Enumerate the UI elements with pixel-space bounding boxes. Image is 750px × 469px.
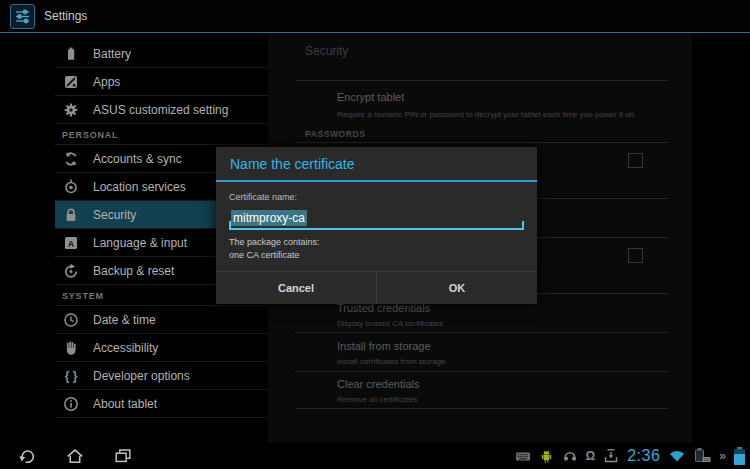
divider xyxy=(295,371,668,372)
sliders-icon xyxy=(14,8,31,25)
braces-icon: { } xyxy=(62,367,80,385)
item-subtitle: Remove all certificates xyxy=(337,395,417,404)
language-icon: A xyxy=(62,234,80,252)
cancel-button[interactable]: Cancel xyxy=(216,272,376,304)
sidebar-item-label: Accessibility xyxy=(93,341,158,355)
section-header-passwords: PASSWORDS xyxy=(305,129,366,139)
sidebar-item-about-tablet[interactable]: About tablet xyxy=(55,390,268,418)
sidebar-item-label: Security xyxy=(93,208,136,222)
info-icon xyxy=(62,395,80,413)
headphones-icon xyxy=(562,448,578,464)
sidebar-item-label: Backup & reset xyxy=(93,264,174,278)
name-certificate-dialog: Name the certificate Certificate name: m… xyxy=(216,147,537,304)
sidebar-item-label: Date & time xyxy=(93,313,156,327)
divider xyxy=(295,332,668,333)
install-tray-icon xyxy=(603,448,619,464)
recent-apps-button[interactable] xyxy=(112,445,134,467)
back-button[interactable] xyxy=(16,445,38,467)
package-contents-text: The package contains: one CA certificate xyxy=(229,236,524,271)
certificate-name-input[interactable]: mitmproxy-ca xyxy=(229,209,524,230)
svg-text:A: A xyxy=(68,238,75,248)
headset-icon: Ω xyxy=(586,449,596,463)
sidebar-item-apps[interactable]: Apps xyxy=(55,68,268,96)
battery-status-icon xyxy=(734,447,745,465)
keyboard-icon xyxy=(515,448,531,464)
home-icon xyxy=(65,446,85,466)
ok-button[interactable]: OK xyxy=(376,272,537,304)
gear-icon xyxy=(62,101,80,119)
clock-icon xyxy=(62,311,80,329)
back-icon xyxy=(17,446,37,466)
home-button[interactable] xyxy=(64,445,86,467)
item-subtitle: Install certificates from storage xyxy=(337,357,445,366)
sidebar-item-label: Developer options xyxy=(93,369,190,383)
item-title: Clear credentials xyxy=(337,378,420,390)
settings-app-icon[interactable] xyxy=(10,4,35,29)
sidebar-item-developer-options[interactable]: { } Developer options xyxy=(55,362,268,390)
adb-android-icon xyxy=(539,448,554,464)
sidebar-item-label: ASUS customized setting xyxy=(93,103,228,117)
sidebar-item-label: Language & input xyxy=(93,236,187,250)
checkbox-icon[interactable] xyxy=(628,248,643,263)
sidebar-item-label: Location services xyxy=(93,180,186,194)
sidebar-item-label: About tablet xyxy=(93,397,157,411)
divider xyxy=(295,142,668,143)
sidebar-item-asus-customized-setting[interactable]: ASUS customized setting xyxy=(55,96,268,124)
backup-restore-icon xyxy=(62,262,80,280)
chevrons-icon: » xyxy=(719,449,726,463)
input-selected-text: mitmproxy-ca xyxy=(231,210,307,226)
system-bar: Ω 2:36 » xyxy=(0,442,750,469)
panel-title: Security xyxy=(305,44,348,58)
section-header-personal: PERSONAL xyxy=(55,124,268,145)
hand-icon xyxy=(62,339,80,357)
clock-time: 2:36 xyxy=(627,447,660,465)
sync-icon xyxy=(62,150,80,168)
sidebar-item-label: Accounts & sync xyxy=(93,152,182,166)
status-area[interactable]: Ω 2:36 » xyxy=(515,442,745,469)
page-title: Settings xyxy=(44,9,87,23)
sidebar-item-battery[interactable]: Battery xyxy=(55,40,268,68)
item-subtitle: Display trusted CA certificates xyxy=(337,319,443,328)
lock-icon xyxy=(62,206,80,224)
divider xyxy=(295,80,668,81)
sidebar-item-accessibility[interactable]: Accessibility xyxy=(55,334,268,362)
checkbox-icon[interactable] xyxy=(628,153,643,168)
wifi-icon xyxy=(668,448,686,463)
item-title: Install from storage xyxy=(337,340,431,352)
sidebar-item-label: Apps xyxy=(93,75,120,89)
battery-icon xyxy=(62,45,80,63)
sidebar-item-date-time[interactable]: Date & time xyxy=(55,306,268,334)
divider xyxy=(295,408,668,409)
action-bar: Settings xyxy=(0,0,750,33)
sidebar-item-label: Battery xyxy=(93,47,131,61)
location-icon xyxy=(62,178,80,196)
apps-icon xyxy=(62,73,80,91)
dock-battery-icon xyxy=(694,447,711,464)
recents-icon xyxy=(113,446,133,466)
dialog-title: Name the certificate xyxy=(216,147,537,180)
certificate-name-label: Certificate name: xyxy=(229,192,524,202)
android-settings-screen: Settings Battery Apps ASUS customized s xyxy=(0,0,750,469)
item-title: Encrypt tablet xyxy=(337,91,404,103)
item-subtitle: Require a numeric PIN or password to dec… xyxy=(337,110,634,119)
